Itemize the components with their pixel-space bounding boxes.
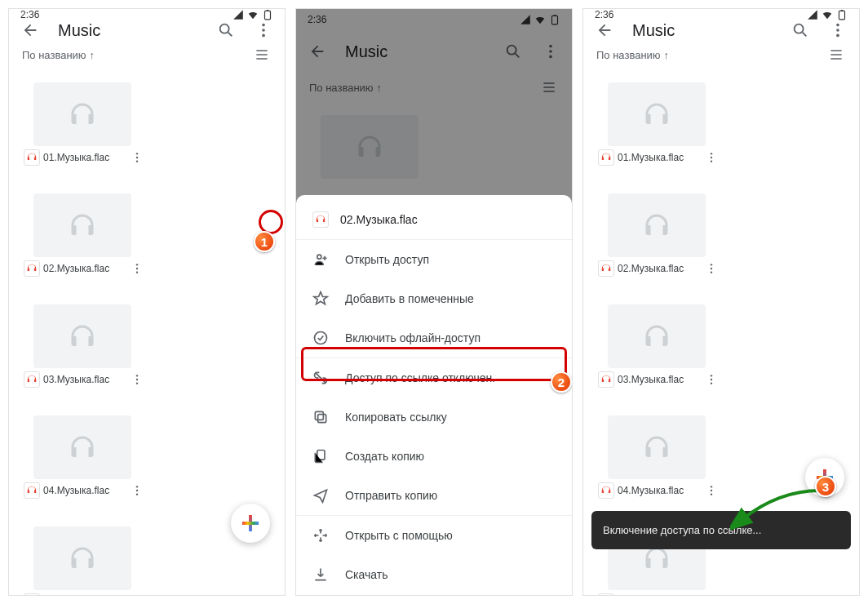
svg-point-3 xyxy=(262,24,265,27)
svg-point-45 xyxy=(711,271,712,273)
file-tile[interactable]: 05.Музыка.flac xyxy=(17,522,148,596)
file-menu-button[interactable] xyxy=(130,483,144,498)
sheet-item-copy-link[interactable]: Копировать ссылку xyxy=(296,397,572,437)
sheet-item-rename[interactable]: Переименовать xyxy=(296,594,572,596)
file-menu-button[interactable] xyxy=(704,261,719,276)
app-bar: Music xyxy=(296,30,572,73)
sort-button[interactable]: По названию↑ xyxy=(309,82,539,94)
svg-point-8 xyxy=(136,160,138,162)
signal-icon xyxy=(520,14,531,25)
svg-rect-0 xyxy=(265,11,271,19)
wifi-icon xyxy=(534,14,546,25)
file-menu-button[interactable] xyxy=(704,483,719,498)
svg-rect-31 xyxy=(318,415,326,423)
search-button[interactable] xyxy=(503,42,523,61)
svg-rect-1 xyxy=(267,10,268,11)
headphones-icon xyxy=(68,211,97,240)
svg-point-12 xyxy=(136,375,138,376)
wifi-icon xyxy=(247,9,259,20)
sheet-file-name: 02.Музыка.flac xyxy=(340,213,418,226)
svg-point-50 xyxy=(711,490,712,491)
file-name: 01.Музыка.flac xyxy=(43,153,126,163)
app-bar: Music xyxy=(583,20,859,40)
star-outline-icon xyxy=(312,291,329,307)
sheet-item-make-copy[interactable]: Создать копию xyxy=(296,437,572,476)
annotation-arrow-3 xyxy=(730,482,828,531)
view-toggle-button[interactable] xyxy=(252,45,272,64)
overflow-button[interactable] xyxy=(541,42,560,61)
svg-point-2 xyxy=(220,24,229,33)
file-tile[interactable]: 03.Музыка.flac xyxy=(17,300,148,411)
status-time: 2:36 xyxy=(308,14,326,25)
overflow-button[interactable] xyxy=(828,20,848,40)
file-copy-icon xyxy=(312,448,329,464)
sheet-item-download[interactable]: Скачать xyxy=(296,555,572,594)
file-thumb xyxy=(33,82,131,146)
svg-point-28 xyxy=(549,56,552,59)
search-button[interactable] xyxy=(216,20,236,40)
audio-badge-icon xyxy=(24,260,40,277)
file-tile[interactable]: 02.Музыка.flac xyxy=(591,189,722,300)
sheet-item-open-with[interactable]: Открыть с помощью xyxy=(296,516,572,555)
svg-point-42 xyxy=(711,160,712,162)
svg-point-47 xyxy=(711,379,712,380)
file-menu-button[interactable] xyxy=(704,150,719,165)
audio-badge-icon xyxy=(598,593,614,596)
svg-point-9 xyxy=(136,264,138,265)
file-menu-button[interactable] xyxy=(130,150,144,165)
audio-badge-icon xyxy=(24,482,40,499)
audio-badge-icon xyxy=(598,260,614,277)
file-tile[interactable]: 01.Музыка.flac xyxy=(591,78,722,189)
battery-icon xyxy=(262,9,273,20)
app-bar: Music xyxy=(9,20,285,40)
sort-button[interactable]: По названию ↑ xyxy=(22,49,252,61)
headphones-icon xyxy=(642,433,671,462)
overflow-button[interactable] xyxy=(254,20,273,40)
status-time: 2:36 xyxy=(20,9,39,20)
search-button[interactable] xyxy=(790,20,810,40)
back-button[interactable] xyxy=(595,20,614,40)
wifi-icon xyxy=(822,9,833,20)
file-menu-button[interactable] xyxy=(130,261,144,276)
svg-point-13 xyxy=(136,379,138,380)
annotation-badge-2: 2 xyxy=(551,371,572,393)
view-toggle-button[interactable] xyxy=(539,78,559,97)
svg-point-38 xyxy=(836,29,839,32)
file-tile[interactable]: 04.Музыка.flac xyxy=(17,411,148,522)
file-tile[interactable]: 04.Музыка.flac xyxy=(591,411,722,522)
svg-rect-34 xyxy=(839,11,845,19)
back-button[interactable] xyxy=(308,42,327,61)
svg-rect-32 xyxy=(315,411,323,420)
headphones-icon xyxy=(68,544,97,573)
file-tile[interactable]: 01.Музыка.flac xyxy=(17,78,148,189)
back-button[interactable] xyxy=(20,20,40,40)
file-menu-button[interactable] xyxy=(130,372,144,387)
svg-rect-24 xyxy=(554,15,556,16)
svg-rect-35 xyxy=(841,10,843,11)
page-title: Music xyxy=(58,21,198,40)
file-tile[interactable]: 03.Музыка.flac xyxy=(591,300,722,411)
file-tile[interactable]: 02.Музыка.flac xyxy=(17,189,148,300)
sort-button[interactable]: По названию↑ xyxy=(596,49,826,61)
fab-add-button[interactable] xyxy=(231,504,270,543)
sheet-item-send-copy[interactable]: Отправить копию xyxy=(296,476,572,515)
headphones-icon xyxy=(642,100,671,129)
sheet-item-star[interactable]: Добавить в помеченные xyxy=(296,279,572,318)
svg-point-51 xyxy=(711,493,712,495)
sort-row: По названию ↑ xyxy=(9,40,285,69)
file-thumb xyxy=(33,304,131,368)
view-toggle-button[interactable] xyxy=(826,45,846,64)
page-title: Music xyxy=(345,42,485,61)
file-menu-button[interactable] xyxy=(704,372,719,387)
file-menu-button[interactable] xyxy=(130,594,144,596)
file-menu-button[interactable] xyxy=(704,594,719,596)
battery-icon xyxy=(836,9,848,20)
headphones-icon xyxy=(642,322,671,351)
headphones-icon xyxy=(68,433,97,462)
svg-rect-23 xyxy=(552,16,558,24)
file-name: 04.Музыка.flac xyxy=(618,486,701,496)
status-icons xyxy=(232,9,273,20)
signal-icon xyxy=(807,9,818,20)
sheet-item-share[interactable]: Открыть доступ xyxy=(296,240,572,279)
svg-point-4 xyxy=(262,29,265,32)
